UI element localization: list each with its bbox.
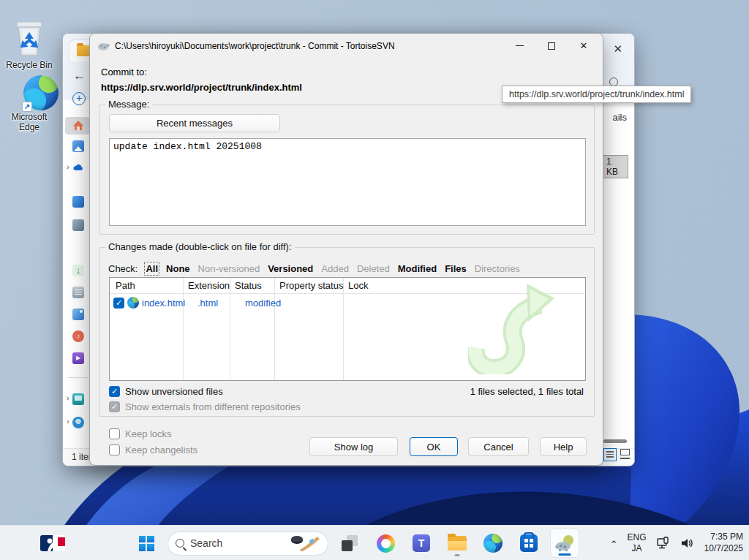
language-top: ENG <box>628 532 647 542</box>
close-icon[interactable]: ✕ <box>613 42 622 56</box>
commit-url: https://dlp.srv.world/project/trunk/inde… <box>101 82 302 93</box>
close-icon: ✕ <box>580 40 588 51</box>
tortoisesvn-button[interactable] <box>550 529 579 558</box>
recycle-bin-icon <box>11 18 48 58</box>
maximize-button[interactable] <box>535 34 568 58</box>
new-item-icon[interactable]: + <box>72 92 86 105</box>
sidebar-item-pictures[interactable] <box>65 306 90 323</box>
sidebar-item-desktop[interactable] <box>65 193 90 211</box>
sidebar-item-this-pc[interactable]: › <box>65 390 90 408</box>
clock[interactable]: 7:35 PM 10/7/2025 <box>704 531 743 554</box>
message-group-label: Message: <box>105 99 152 110</box>
changes-group-label: Changes made (double-click on file for d… <box>105 241 295 252</box>
show-unversioned-label: Show unversioned files <box>125 386 223 397</box>
filter-non-versioned[interactable]: Non-versioned <box>198 263 260 274</box>
filter-none[interactable]: None <box>166 263 190 274</box>
close-button[interactable]: ✕ <box>568 34 600 58</box>
show-externals-checkbox-row[interactable]: Show externals from different repositori… <box>109 401 301 412</box>
filter-directories[interactable]: Directories <box>475 263 520 274</box>
search-box[interactable]: Search <box>168 531 328 556</box>
store-button[interactable] <box>514 529 543 558</box>
tray-date: 10/7/2025 <box>704 543 743 553</box>
thumbnail-view-toggle[interactable] <box>620 448 633 461</box>
col-extension[interactable]: Extension <box>188 280 230 291</box>
tray-time: 7:35 PM <box>710 531 743 542</box>
desktop-icon-recycle-bin[interactable]: Recycle Bin <box>0 18 59 71</box>
col-lock[interactable]: Lock <box>348 280 368 291</box>
running-indicator <box>455 554 460 556</box>
start-button[interactable] <box>132 529 161 558</box>
language-bottom: JA <box>632 543 642 553</box>
sidebar-item-network[interactable]: › <box>65 414 90 431</box>
dialog-title: C:\Users\hiroyuki\Documents\work\project… <box>115 41 395 51</box>
col-path[interactable]: Path <box>116 280 135 291</box>
col-property-status[interactable]: Property status <box>279 280 343 291</box>
filter-deleted[interactable]: Deleted <box>357 263 390 274</box>
keep-locks-checkbox[interactable] <box>109 428 120 439</box>
widgets-mlb-icon[interactable] <box>40 535 65 551</box>
sidebar-item-music[interactable]: ♪ <box>65 328 90 345</box>
cell-path: index.html <box>142 298 192 309</box>
network-tray-icon[interactable] <box>656 537 671 550</box>
language-indicator[interactable]: ENG JA <box>628 532 647 554</box>
filter-versioned[interactable]: Versioned <box>268 263 313 274</box>
row-checkbox[interactable] <box>113 298 124 309</box>
keep-changelists-checkbox-row[interactable]: Keep changelists <box>109 444 197 455</box>
teams-button[interactable]: T <box>407 529 436 558</box>
store-icon <box>520 534 538 552</box>
help-button[interactable]: Help <box>540 437 587 456</box>
show-log-button[interactable]: Show log <box>309 437 398 456</box>
recent-messages-button[interactable]: Recent messages <box>109 114 280 132</box>
show-unversioned-checkbox[interactable] <box>109 386 120 397</box>
sidebar-item-downloads[interactable]: ↓ <box>65 262 90 279</box>
sidebar-item-gallery[interactable] <box>65 137 90 155</box>
file-explorer-button[interactable] <box>443 529 472 558</box>
desktop: Recycle Bin ↗ Microsoft Edge ← + › <box>0 0 749 560</box>
music-icon: ♪ <box>72 330 84 342</box>
show-unversioned-checkbox-row[interactable]: Show unversioned files <box>109 386 223 397</box>
details-label[interactable]: ails <box>612 112 627 123</box>
keep-changelists-checkbox[interactable] <box>109 444 120 455</box>
shortcut-arrow-icon: ↗ <box>22 102 32 112</box>
filter-files[interactable]: Files <box>445 263 467 274</box>
task-view-icon <box>342 535 358 551</box>
filter-added[interactable]: Added <box>321 263 349 274</box>
search-placeholder: Search <box>190 537 222 549</box>
horizontal-scrollbar[interactable] <box>603 439 627 443</box>
cell-status: modified <box>236 298 302 309</box>
filter-modified[interactable]: Modified <box>398 263 437 274</box>
folder-icon <box>448 536 467 550</box>
edge-button[interactable] <box>478 529 508 558</box>
filter-all[interactable]: All <box>146 263 158 274</box>
tray-chevron-up-icon[interactable]: ⌃ <box>610 539 618 550</box>
this-pc-icon <box>72 393 84 405</box>
dialog-titlebar[interactable]: C:\Users\hiroyuki\Documents\work\project… <box>90 34 603 58</box>
keep-locks-checkbox-row[interactable]: Keep locks <box>109 428 172 439</box>
cell-extension: .html <box>192 298 236 309</box>
taskbar: Search T <box>0 525 749 560</box>
desktop-icon-label: Microsoft Edge <box>0 113 59 133</box>
sidebar-item-home[interactable] <box>65 117 90 135</box>
maximize-icon <box>548 42 555 50</box>
chevron-right-icon: › <box>67 417 69 425</box>
cancel-button[interactable]: Cancel <box>468 437 529 456</box>
details-view-toggle[interactable] <box>603 448 617 461</box>
commit-message-input[interactable]: update index.html 20251008 <box>109 138 586 226</box>
back-arrow-icon[interactable]: ← <box>73 69 86 83</box>
minimize-button[interactable] <box>503 34 535 58</box>
volume-icon[interactable] <box>680 537 695 550</box>
desktop-icon-edge[interactable]: ↗ Microsoft Edge <box>0 75 59 133</box>
windows-start-icon <box>139 536 154 551</box>
sidebar-item-onedrive[interactable]: › <box>65 159 90 177</box>
ok-button[interactable]: OK <box>410 437 458 456</box>
active-indicator <box>559 553 571 556</box>
col-status[interactable]: Status <box>235 280 262 291</box>
copilot-button[interactable] <box>371 529 400 558</box>
edge-file-icon <box>127 297 139 309</box>
task-view-button[interactable] <box>335 529 364 558</box>
show-externals-checkbox[interactable] <box>109 401 120 412</box>
keep-locks-label: Keep locks <box>125 428 172 439</box>
sidebar-item-pinned[interactable] <box>65 216 90 234</box>
sidebar-item-videos[interactable]: ▶ <box>65 349 90 367</box>
sidebar-item-documents[interactable] <box>65 284 90 301</box>
